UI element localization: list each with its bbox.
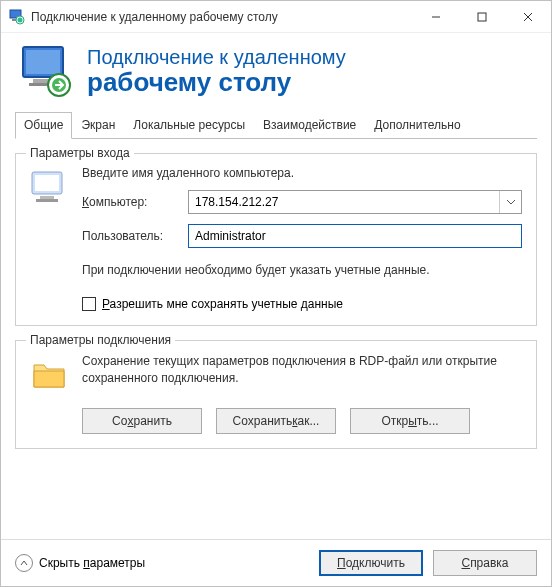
header-line1: Подключение к удаленному: [87, 46, 346, 68]
save-creds-row: Разрешить мне сохранять учетные данные: [82, 297, 522, 311]
save-button[interactable]: Сохранить: [82, 408, 202, 434]
login-hint: При подключении необходимо будет указать…: [82, 262, 522, 279]
svg-point-3: [18, 17, 23, 22]
rdp-header-icon: [19, 43, 75, 99]
save-creds-checkbox[interactable]: [82, 297, 96, 311]
open-button[interactable]: Открыть...: [350, 408, 470, 434]
tab-screen[interactable]: Экран: [72, 112, 124, 139]
save-creds-label: Разрешить мне сохранять учетные данные: [102, 297, 343, 311]
tabs: Общие Экран Локальные ресурсы Взаимодейс…: [15, 111, 537, 139]
footer: Скрыть параметры Подключить Справка: [1, 539, 551, 586]
hide-options[interactable]: Скрыть параметры: [15, 554, 319, 572]
titlebar: Подключение к удаленному рабочему столу: [1, 1, 551, 33]
chevron-down-icon[interactable]: [499, 191, 521, 213]
svg-rect-16: [40, 196, 54, 199]
tab-advanced[interactable]: Дополнительно: [365, 112, 469, 139]
maximize-button[interactable]: [459, 1, 505, 33]
tab-local-resources[interactable]: Локальные ресурсы: [124, 112, 254, 139]
minimize-button[interactable]: [413, 1, 459, 33]
connection-fieldset: Параметры подключения Сохранение текущих…: [15, 340, 537, 449]
computer-label: Компьютер:: [82, 195, 180, 209]
user-input[interactable]: [188, 224, 522, 248]
connection-buttons: Сохранить Сохранить как... Открыть...: [82, 408, 522, 434]
connection-legend: Параметры подключения: [26, 333, 175, 347]
svg-rect-15: [35, 175, 59, 191]
svg-rect-17: [36, 199, 58, 202]
titlebar-title: Подключение к удаленному рабочему столу: [31, 10, 413, 24]
tab-experience[interactable]: Взаимодействие: [254, 112, 365, 139]
save-as-button[interactable]: Сохранить как...: [216, 408, 336, 434]
help-button[interactable]: Справка: [433, 550, 537, 576]
header-text: Подключение к удаленному рабочему столу: [87, 46, 346, 97]
titlebar-controls: [413, 1, 551, 32]
login-instruction: Введите имя удаленного компьютера.: [82, 166, 522, 180]
connection-text: Сохранение текущих параметров подключени…: [82, 353, 522, 398]
tab-content: Параметры входа Введите имя удаленного к…: [1, 139, 551, 539]
login-legend: Параметры входа: [26, 146, 134, 160]
user-label: Пользователь:: [82, 229, 180, 243]
hide-options-label: Скрыть параметры: [39, 556, 145, 570]
close-button[interactable]: [505, 1, 551, 33]
computer-icon: [30, 166, 70, 311]
header-banner: Подключение к удаленному рабочему столу: [1, 33, 551, 111]
computer-combo[interactable]: [188, 190, 522, 214]
header-line2: рабочему столу: [87, 68, 346, 97]
computer-input[interactable]: [189, 191, 499, 213]
connect-button[interactable]: Подключить: [319, 550, 423, 576]
folder-icon: [30, 353, 70, 398]
rdp-window: Подключение к удаленному рабочему столу: [0, 0, 552, 587]
svg-rect-9: [26, 50, 60, 74]
footer-buttons: Подключить Справка: [319, 550, 537, 576]
login-fields: Введите имя удаленного компьютера. Компь…: [82, 166, 522, 311]
svg-rect-5: [478, 13, 486, 21]
chevron-up-icon: [15, 554, 33, 572]
app-icon: [9, 9, 25, 25]
login-fieldset: Параметры входа Введите имя удаленного к…: [15, 153, 537, 326]
tab-general[interactable]: Общие: [15, 112, 72, 139]
